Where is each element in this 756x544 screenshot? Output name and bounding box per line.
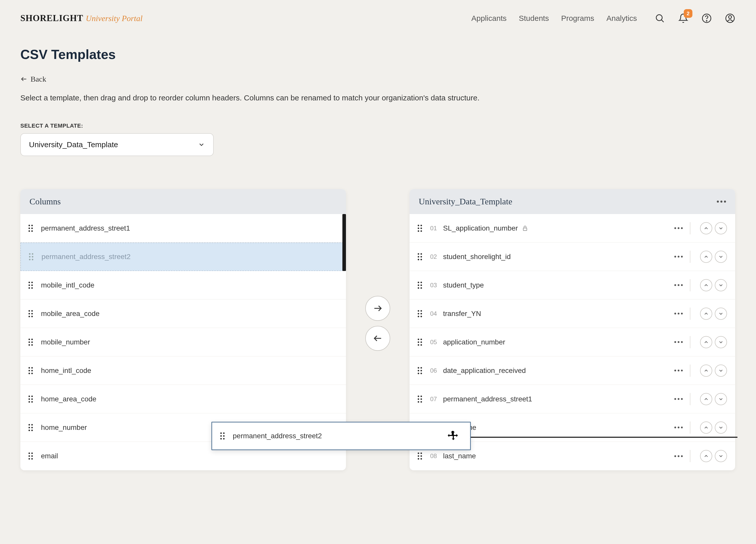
drag-handle-icon[interactable] [418, 367, 422, 374]
row-menu-button[interactable] [674, 227, 683, 229]
divider [690, 393, 690, 405]
move-down-button[interactable] [715, 450, 727, 462]
column-row[interactable]: home_area_code [20, 385, 346, 413]
move-down-button[interactable] [715, 364, 727, 377]
back-button[interactable]: Back [20, 75, 46, 83]
move-up-button[interactable] [700, 393, 712, 405]
move-down-button[interactable] [715, 307, 727, 320]
drag-handle-icon[interactable] [28, 281, 33, 289]
drag-handle-icon[interactable] [418, 395, 422, 403]
help-icon[interactable] [701, 13, 712, 24]
select-template-label: SELECT A TEMPLATE: [20, 123, 736, 129]
drag-handle-icon[interactable] [28, 310, 33, 317]
template-row[interactable]: 04transfer_YN [410, 299, 735, 328]
row-number: 03 [430, 281, 437, 289]
row-actions [674, 222, 727, 235]
row-actions [674, 307, 727, 320]
move-up-button[interactable] [700, 251, 712, 263]
nav: Applicants Students Programs Analytics 2 [471, 13, 736, 24]
move-left-button[interactable] [365, 326, 390, 351]
row-menu-button[interactable] [674, 426, 683, 428]
move-up-button[interactable] [700, 450, 712, 462]
drag-handle-icon[interactable] [28, 452, 33, 460]
row-actions [674, 450, 727, 462]
logo-main: SHORELIGHT [20, 13, 83, 23]
drag-handle-icon[interactable] [418, 225, 422, 232]
template-row[interactable]: 01SL_application_number [410, 214, 735, 243]
drag-handle-icon[interactable] [418, 253, 422, 260]
nav-programs[interactable]: Programs [561, 14, 594, 23]
row-menu-button[interactable] [674, 455, 683, 457]
divider [690, 251, 690, 263]
profile-icon[interactable] [724, 13, 736, 24]
divider [690, 336, 690, 348]
template-row[interactable]: 06date_application_received [410, 356, 735, 385]
row-label: student_type [443, 281, 674, 289]
dragging-item[interactable]: permanent_address_street2 [211, 422, 471, 450]
move-up-button[interactable] [700, 279, 712, 291]
row-label: student_shorelight_id [443, 253, 674, 261]
column-label: mobile_intl_code [41, 281, 94, 289]
row-menu-button[interactable] [674, 313, 683, 314]
column-row[interactable]: permanent_address_street2 [20, 243, 346, 271]
column-row[interactable]: home_intl_code [20, 356, 346, 385]
drag-handle-icon[interactable] [418, 452, 422, 460]
drag-handle-icon[interactable] [28, 225, 33, 232]
nav-icons: 2 [654, 13, 736, 24]
column-label: permanent_address_street2 [41, 253, 130, 261]
row-menu-button[interactable] [674, 341, 683, 343]
column-label: permanent_address_street1 [41, 224, 130, 232]
notifications-icon[interactable]: 2 [678, 13, 689, 24]
divider [690, 364, 690, 377]
column-label: home_number [41, 423, 87, 432]
row-menu-button[interactable] [674, 398, 683, 400]
drag-handle-icon[interactable] [28, 395, 33, 403]
drag-handle-icon[interactable] [418, 338, 422, 346]
row-label: date_application_received [443, 366, 674, 375]
move-down-button[interactable] [715, 336, 727, 348]
drag-handle-icon[interactable] [418, 281, 422, 289]
column-row[interactable]: mobile_area_code [20, 299, 346, 328]
row-actions [674, 421, 727, 434]
template-row[interactable]: 03student_type [410, 271, 735, 299]
row-menu-button[interactable] [674, 256, 683, 258]
column-label: email [41, 452, 58, 460]
template-panel-menu[interactable] [717, 201, 726, 203]
move-up-button[interactable] [700, 336, 712, 348]
column-row[interactable]: permanent_address_street1 [20, 214, 346, 243]
move-down-button[interactable] [715, 279, 727, 291]
drag-handle-icon[interactable] [28, 424, 33, 431]
row-menu-button[interactable] [674, 284, 683, 286]
nav-applicants[interactable]: Applicants [471, 14, 506, 23]
scrollbar[interactable] [342, 214, 346, 271]
row-label: SL_application_number [443, 224, 674, 232]
move-right-button[interactable] [365, 296, 390, 321]
column-row[interactable]: mobile_intl_code [20, 271, 346, 299]
drag-handle-icon[interactable] [28, 338, 33, 346]
move-down-button[interactable] [715, 222, 727, 235]
column-row[interactable]: mobile_number [20, 328, 346, 356]
column-label: mobile_area_code [41, 309, 99, 318]
template-select[interactable]: University_Data_Template [20, 133, 214, 156]
move-up-button[interactable] [700, 421, 712, 434]
move-up-button[interactable] [700, 364, 712, 377]
move-up-button[interactable] [700, 222, 712, 235]
search-icon[interactable] [654, 13, 665, 24]
template-row[interactable]: 07permanent_address_street1 [410, 385, 735, 413]
move-down-button[interactable] [715, 393, 727, 405]
template-row[interactable]: 02student_shorelight_id [410, 243, 735, 271]
move-down-button[interactable] [715, 421, 727, 434]
move-cursor-icon [447, 430, 459, 442]
svg-point-5 [729, 16, 732, 19]
nav-analytics[interactable]: Analytics [606, 14, 637, 23]
drag-handle-icon[interactable] [29, 253, 33, 260]
drag-handle-icon[interactable] [418, 310, 422, 317]
nav-students[interactable]: Students [519, 14, 549, 23]
move-up-button[interactable] [700, 307, 712, 320]
row-number: 01 [430, 225, 437, 232]
drag-handle-icon[interactable] [28, 367, 33, 374]
row-menu-button[interactable] [674, 370, 683, 371]
template-row[interactable]: 05application_number [410, 328, 735, 356]
row-label: first_name [443, 423, 674, 432]
move-down-button[interactable] [715, 251, 727, 263]
